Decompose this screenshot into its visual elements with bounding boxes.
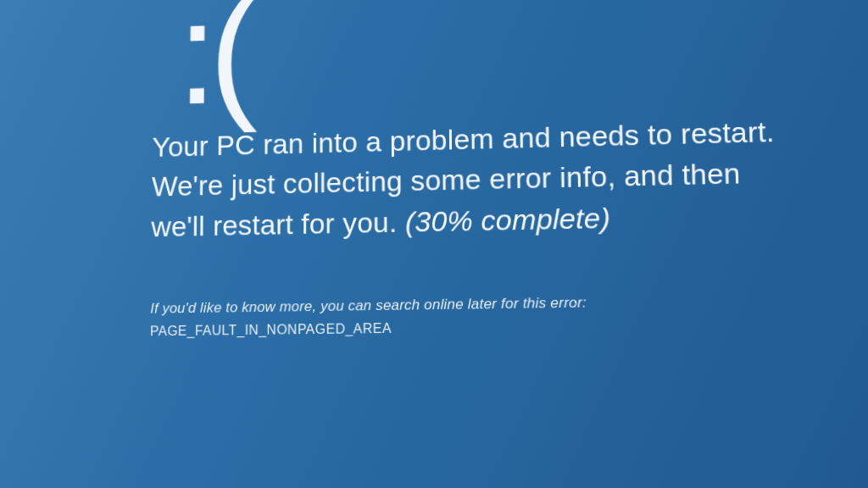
bsod-progress-text: (30% complete)	[405, 201, 611, 237]
bsod-content: Your PC ran into a problem and needs to …	[150, 110, 803, 339]
bsod-error-code: PAGE_FAULT_IN_NONPAGED_AREA	[150, 316, 803, 340]
bsod-screen: :( Your PC ran into a problem and needs …	[9, 0, 868, 488]
bsod-info-prompt: If you'd like to know more, you can sear…	[150, 288, 802, 319]
sad-face-icon: :(	[176, 0, 250, 127]
bsod-info-block: If you'd like to know more, you can sear…	[150, 288, 803, 339]
bsod-message-line-3-prefix: we'll restart for you.	[151, 205, 405, 241]
